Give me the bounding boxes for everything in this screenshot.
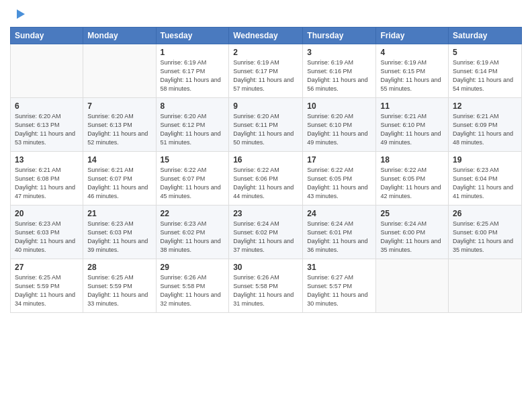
day-info: Sunrise: 6:20 AMSunset: 6:12 PMDaylight:… bbox=[161, 112, 225, 147]
day-number: 4 bbox=[380, 48, 444, 57]
day-info: Sunrise: 6:19 AMSunset: 6:17 PMDaylight:… bbox=[233, 58, 298, 93]
calendar-cell: 29Sunrise: 6:26 AMSunset: 5:58 PMDayligh… bbox=[156, 259, 229, 313]
day-number: 22 bbox=[161, 209, 225, 218]
day-info: Sunrise: 6:22 AMSunset: 6:07 PMDaylight:… bbox=[161, 166, 225, 201]
day-info: Sunrise: 6:24 AMSunset: 6:00 PMDaylight:… bbox=[380, 220, 444, 255]
logo-icon bbox=[11, 7, 26, 21]
weekday-header-thursday: Thursday bbox=[303, 28, 376, 44]
week-row-2: 6Sunrise: 6:20 AMSunset: 6:13 PMDaylight… bbox=[11, 98, 522, 152]
calendar-cell: 19Sunrise: 6:23 AMSunset: 6:04 PMDayligh… bbox=[449, 152, 522, 205]
day-info: Sunrise: 6:27 AMSunset: 5:57 PMDaylight:… bbox=[307, 273, 371, 308]
calendar-cell: 10Sunrise: 6:20 AMSunset: 6:10 PMDayligh… bbox=[303, 98, 376, 152]
day-info: Sunrise: 6:25 AMSunset: 5:59 PMDaylight:… bbox=[87, 273, 151, 308]
calendar-cell: 26Sunrise: 6:25 AMSunset: 6:00 PMDayligh… bbox=[449, 205, 522, 259]
calendar-cell: 12Sunrise: 6:21 AMSunset: 6:09 PMDayligh… bbox=[449, 98, 522, 152]
day-info: Sunrise: 6:25 AMSunset: 6:00 PMDaylight:… bbox=[453, 220, 517, 255]
day-number: 7 bbox=[87, 101, 151, 111]
calendar-cell: 8Sunrise: 6:20 AMSunset: 6:12 PMDaylight… bbox=[156, 98, 229, 152]
day-number: 16 bbox=[233, 155, 298, 165]
weekday-header-row: SundayMondayTuesdayWednesdayThursdayFrid… bbox=[11, 28, 522, 44]
day-info: Sunrise: 6:19 AMSunset: 6:17 PMDaylight:… bbox=[161, 58, 225, 93]
day-number: 26 bbox=[453, 209, 517, 218]
day-info: Sunrise: 6:20 AMSunset: 6:13 PMDaylight:… bbox=[15, 112, 79, 147]
day-info: Sunrise: 6:21 AMSunset: 6:07 PMDaylight:… bbox=[87, 166, 151, 201]
calendar-cell: 22Sunrise: 6:23 AMSunset: 6:02 PMDayligh… bbox=[156, 205, 229, 259]
day-info: Sunrise: 6:26 AMSunset: 5:58 PMDaylight:… bbox=[161, 273, 225, 308]
day-number: 12 bbox=[453, 101, 517, 111]
day-info: Sunrise: 6:20 AMSunset: 6:13 PMDaylight:… bbox=[87, 112, 151, 147]
day-info: Sunrise: 6:19 AMSunset: 6:14 PMDaylight:… bbox=[453, 58, 517, 93]
calendar-cell: 30Sunrise: 6:26 AMSunset: 5:58 PMDayligh… bbox=[229, 259, 303, 313]
day-number: 31 bbox=[307, 263, 371, 272]
day-number: 10 bbox=[307, 101, 371, 111]
day-number: 21 bbox=[87, 209, 151, 218]
day-number: 3 bbox=[307, 48, 371, 57]
day-info: Sunrise: 6:23 AMSunset: 6:04 PMDaylight:… bbox=[453, 166, 517, 201]
day-info: Sunrise: 6:23 AMSunset: 6:03 PMDaylight:… bbox=[15, 220, 79, 255]
day-info: Sunrise: 6:21 AMSunset: 6:09 PMDaylight:… bbox=[453, 112, 517, 147]
weekday-header-friday: Friday bbox=[376, 28, 449, 44]
calendar-table: SundayMondayTuesdayWednesdayThursdayFrid… bbox=[10, 27, 522, 313]
day-info: Sunrise: 6:22 AMSunset: 6:05 PMDaylight:… bbox=[380, 166, 444, 201]
day-number: 15 bbox=[161, 155, 225, 165]
calendar-cell: 16Sunrise: 6:22 AMSunset: 6:06 PMDayligh… bbox=[229, 152, 303, 205]
calendar-cell: 25Sunrise: 6:24 AMSunset: 6:00 PMDayligh… bbox=[376, 205, 449, 259]
day-number: 29 bbox=[161, 263, 225, 272]
week-row-3: 13Sunrise: 6:21 AMSunset: 6:08 PMDayligh… bbox=[11, 152, 522, 205]
day-info: Sunrise: 6:19 AMSunset: 6:16 PMDaylight:… bbox=[307, 58, 371, 93]
week-row-5: 27Sunrise: 6:25 AMSunset: 5:59 PMDayligh… bbox=[11, 259, 522, 313]
day-info: Sunrise: 6:23 AMSunset: 6:03 PMDaylight:… bbox=[87, 220, 151, 255]
calendar-cell: 4Sunrise: 6:19 AMSunset: 6:15 PMDaylight… bbox=[376, 44, 449, 98]
day-number: 25 bbox=[380, 209, 444, 218]
day-info: Sunrise: 6:22 AMSunset: 6:06 PMDaylight:… bbox=[233, 166, 298, 201]
calendar-cell: 7Sunrise: 6:20 AMSunset: 6:13 PMDaylight… bbox=[83, 98, 156, 152]
day-number: 11 bbox=[380, 101, 444, 111]
calendar-cell: 2Sunrise: 6:19 AMSunset: 6:17 PMDaylight… bbox=[229, 44, 303, 98]
page: SundayMondayTuesdayWednesdayThursdayFrid… bbox=[0, 0, 532, 411]
calendar-cell: 20Sunrise: 6:23 AMSunset: 6:03 PMDayligh… bbox=[11, 205, 83, 259]
calendar-cell: 3Sunrise: 6:19 AMSunset: 6:16 PMDaylight… bbox=[303, 44, 376, 98]
day-number: 30 bbox=[233, 263, 298, 272]
calendar-cell: 21Sunrise: 6:23 AMSunset: 6:03 PMDayligh… bbox=[83, 205, 156, 259]
day-info: Sunrise: 6:25 AMSunset: 5:59 PMDaylight:… bbox=[15, 273, 79, 308]
weekday-header-saturday: Saturday bbox=[449, 28, 522, 44]
calendar-cell: 9Sunrise: 6:20 AMSunset: 6:11 PMDaylight… bbox=[229, 98, 303, 152]
calendar-cell: 14Sunrise: 6:21 AMSunset: 6:07 PMDayligh… bbox=[83, 152, 156, 205]
calendar-cell bbox=[83, 44, 156, 98]
day-info: Sunrise: 6:19 AMSunset: 6:15 PMDaylight:… bbox=[380, 58, 444, 93]
week-row-4: 20Sunrise: 6:23 AMSunset: 6:03 PMDayligh… bbox=[11, 205, 522, 259]
day-info: Sunrise: 6:24 AMSunset: 6:01 PMDaylight:… bbox=[307, 220, 371, 255]
day-number: 23 bbox=[233, 209, 298, 218]
day-info: Sunrise: 6:21 AMSunset: 6:10 PMDaylight:… bbox=[380, 112, 444, 147]
calendar-cell bbox=[449, 259, 522, 313]
day-info: Sunrise: 6:24 AMSunset: 6:02 PMDaylight:… bbox=[233, 220, 298, 255]
calendar-cell: 5Sunrise: 6:19 AMSunset: 6:14 PMDaylight… bbox=[449, 44, 522, 98]
week-row-1: 1Sunrise: 6:19 AMSunset: 6:17 PMDaylight… bbox=[11, 44, 522, 98]
calendar-cell: 17Sunrise: 6:22 AMSunset: 6:05 PMDayligh… bbox=[303, 152, 376, 205]
day-info: Sunrise: 6:20 AMSunset: 6:11 PMDaylight:… bbox=[233, 112, 298, 147]
day-number: 18 bbox=[380, 155, 444, 165]
day-number: 19 bbox=[453, 155, 517, 165]
calendar-cell: 24Sunrise: 6:24 AMSunset: 6:01 PMDayligh… bbox=[303, 205, 376, 259]
weekday-header-sunday: Sunday bbox=[11, 28, 83, 44]
day-number: 24 bbox=[307, 209, 371, 218]
calendar-cell: 13Sunrise: 6:21 AMSunset: 6:08 PMDayligh… bbox=[11, 152, 83, 205]
day-number: 17 bbox=[307, 155, 371, 165]
calendar-cell bbox=[11, 44, 83, 98]
calendar-cell: 15Sunrise: 6:22 AMSunset: 6:07 PMDayligh… bbox=[156, 152, 229, 205]
calendar-cell: 1Sunrise: 6:19 AMSunset: 6:17 PMDaylight… bbox=[156, 44, 229, 98]
calendar-cell: 27Sunrise: 6:25 AMSunset: 5:59 PMDayligh… bbox=[11, 259, 83, 313]
day-number: 8 bbox=[161, 101, 225, 111]
calendar-cell: 28Sunrise: 6:25 AMSunset: 5:59 PMDayligh… bbox=[83, 259, 156, 313]
weekday-header-monday: Monday bbox=[83, 28, 156, 44]
header bbox=[10, 7, 522, 21]
calendar-cell: 18Sunrise: 6:22 AMSunset: 6:05 PMDayligh… bbox=[376, 152, 449, 205]
svg-marker-0 bbox=[17, 9, 25, 19]
day-number: 13 bbox=[15, 155, 79, 165]
calendar-cell: 6Sunrise: 6:20 AMSunset: 6:13 PMDaylight… bbox=[11, 98, 83, 152]
weekday-header-tuesday: Tuesday bbox=[156, 28, 229, 44]
day-number: 27 bbox=[15, 263, 79, 272]
calendar-cell: 11Sunrise: 6:21 AMSunset: 6:10 PMDayligh… bbox=[376, 98, 449, 152]
calendar-cell bbox=[376, 259, 449, 313]
day-info: Sunrise: 6:22 AMSunset: 6:05 PMDaylight:… bbox=[307, 166, 371, 201]
